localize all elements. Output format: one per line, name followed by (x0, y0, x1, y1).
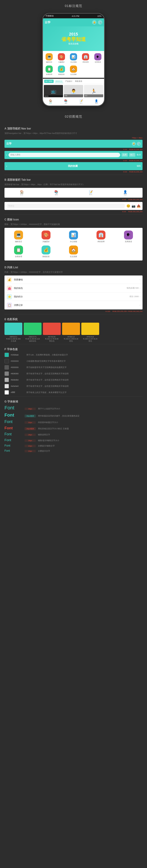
spec-tab-home[interactable]: 🏠 首页 (4, 188, 39, 198)
font-desc-6: 用于标准字体文字，这些是互联网相关字体说明 (26, 385, 69, 388)
app-logo: 云学 (45, 20, 50, 24)
list-value-points: 积分 2000 (130, 295, 139, 298)
tab-home-label: 首页 (20, 194, 23, 196)
divider-a (4, 175, 143, 175)
icon-bubble-office: 📊 (70, 53, 77, 60)
spec-edit-btn[interactable]: 编辑 (137, 164, 141, 167)
section-02-title: 02切图规范 (0, 111, 147, 121)
comment-input-box[interactable]: 写评论 (6, 204, 125, 208)
font-size-6: 26px (25, 439, 36, 442)
battery: 22% (98, 15, 102, 17)
icon-item-hobby[interactable]: 🎨 兴趣爱好 (56, 52, 67, 64)
spec-icon-coding[interactable]: 💻 编程语言 (5, 229, 32, 244)
list-icon-consume: 📋 (7, 303, 12, 308)
share-icon[interactable]: 📤 (137, 204, 141, 208)
color-hex-green: #2ECC71 (29, 336, 37, 338)
emoji-icon[interactable]: 😊 (126, 204, 130, 208)
icon-item-coding[interactable]: 💻 编程语言 (43, 52, 55, 64)
course-card-1[interactable]: 📺 MOOC (44, 85, 63, 97)
spec-measure-collect: H:44RGB:63,209,193 (4, 171, 143, 173)
spec-tab-study[interactable]: 📝 学习 (73, 188, 108, 198)
icon-item-finance[interactable]: 💰 财税投资 (56, 65, 67, 76)
spec-icon-label-self: 自我管理 (15, 255, 22, 258)
font-hex-3: #555555 (11, 366, 26, 369)
spec-search-input[interactable]: 请输入课程 (8, 153, 120, 157)
spec-back-arrow[interactable]: ‹ (6, 164, 7, 168)
spec-icon-english[interactable]: 🗣 实用英语 (115, 229, 142, 244)
icon-label-self: 自我管理 (46, 73, 52, 75)
bottom-nav-mine[interactable]: 👤 我的 (89, 98, 104, 105)
course-label-1: MOOC (44, 95, 63, 97)
spec-measure-navbar: H:44RGB:63,209,193 (4, 149, 143, 151)
font-swatch-4 (4, 371, 9, 376)
spec-icon-office[interactable]: 📊 办公技能 (60, 229, 87, 244)
spec-measure-comment: H:44RGB:255,255,255 (4, 211, 143, 213)
font-swatch-3 (4, 365, 9, 370)
spec-navbar-main: 云学 🔔 🔍 (4, 140, 143, 148)
spec-category-tab[interactable]: 品类 (121, 153, 128, 157)
icon-item-office[interactable]: 📊 办公技能 (68, 52, 79, 64)
bottom-nav-course[interactable]: 📚 课程 (58, 98, 74, 105)
hot-tabs: 格格创业 产品设计 商务英语 (55, 80, 83, 83)
spec-content: A 顶部导航栏 Nav bar 顶部Navigation bar，宽750px … (0, 121, 147, 459)
list-item-points[interactable]: ⭐ 我的积分 积分 2000 › (4, 292, 143, 301)
icon-item-self[interactable]: 📋 自我管理 (43, 65, 55, 76)
spec-hot-tab[interactable]: 热门 (129, 153, 135, 157)
spec-tab-mine[interactable]: 👤 我的 (108, 188, 143, 198)
spec-icon-hobby[interactable]: 🎨 兴趣爱好 (33, 229, 60, 244)
spec-tab-course[interactable]: 📚 课程 (39, 188, 74, 198)
bottom-nav-study[interactable]: 📝 学习 (73, 98, 89, 105)
icon-item-job[interactable]: 👔 求职应聘 (80, 52, 91, 64)
font-sample-6: Font (4, 438, 22, 442)
section-a-desc: 顶部Navigation bar，宽750px × 88px，88px等于Nav… (4, 132, 143, 135)
section-c-desc: 图标，宽750px × 1000px，#4444444文字，图标不可超越此规 (4, 223, 143, 226)
bottom-nav-home[interactable]: 🏠 首页 (43, 98, 58, 105)
list-item-wallet[interactable]: 👛 我的钱包 钱包余额 500 › (4, 284, 143, 292)
spec-icon-self[interactable]: 📋 自我管理 (5, 245, 32, 259)
course-card-3[interactable]: 🏃 生活 (84, 85, 103, 97)
phone-mockup: 中国移动 4:21 PM 22% 云学 🔔 🔍 2015 省考早知道 报名&攻略… (42, 13, 105, 106)
icon-label-office: 办公技能 (70, 61, 77, 63)
hot-tab-1[interactable]: 格格创业 (55, 80, 63, 83)
course-card-2[interactable]: 👨‍💼 职场 (64, 85, 83, 97)
phone-wrapper: 中国移动 4:21 PM 22% 云学 🔔 🔍 2015 省考早知道 报名&攻略… (0, 11, 147, 111)
spec-measure-list: H:100RGB:255,255,255 / RGB:240,240,240 (4, 310, 143, 312)
font-row-4: Font 30px粗体 用在其他注意文字大小标记 主标题 (4, 426, 143, 430)
hot-tab-3[interactable]: 商务英语 (74, 80, 83, 83)
list-item-consume[interactable]: 📋 消费记录 › (4, 301, 143, 309)
font-row-8: Font 20px 次要提示文字 (4, 449, 143, 453)
icon-bubble-coding: 💻 (45, 53, 53, 60)
icon-bubble-english: 🗣 (94, 53, 102, 60)
tab-mine-label: 我的 (124, 194, 127, 196)
camera-icon[interactable]: 📷 (132, 204, 135, 208)
section-f-label: F 字体色值 (4, 347, 143, 351)
spec-icon-bubble-english: 🗣 (124, 230, 133, 240)
header-icon-2[interactable]: 🔍 (98, 20, 102, 25)
icon-item-life[interactable]: 🏠 生活居家 (68, 65, 79, 76)
home-label: 首页 (49, 103, 52, 105)
color-grid: #3FD1C1 R.63 G.209 B.193 主色调 #2ECC71 R.4… (4, 323, 143, 342)
tab-home-icon: 🏠 (20, 190, 24, 194)
font-row-3: Font 32px 内容基本标题文字大小 (4, 420, 143, 424)
spec-icon-job[interactable]: 👔 求职应聘 (87, 229, 114, 244)
spec-back-btn[interactable]: ‹ (6, 153, 7, 157)
color-block-teal: #3FD1C1 R.63 G.209 B.193 主色调 (4, 323, 22, 342)
font-standard-list: Font 40px 用于个人信息字文字大小 Font 36px粗体 用作标题及高… (4, 405, 143, 453)
spec-icon-label-life: 生活居家 (70, 255, 77, 258)
section-b-desc: 底部标签Tab bar，宽750px × 98px，98px（注释：等于Tab … (4, 183, 143, 186)
list-item-earn[interactable]: 💰 我要赚钱 › (4, 276, 143, 284)
tab-mine-icon: 👤 (123, 190, 127, 194)
icon-label-hobby: 兴趣爱好 (58, 61, 65, 63)
tab-study-icon: 📝 (89, 190, 93, 194)
icon-item-english[interactable]: 🗣 实用英语 (92, 52, 104, 64)
bottom-nav: 🏠 首页 📚 课程 📝 学习 👤 我的 (43, 98, 104, 105)
spec-icon-finance[interactable]: 💰 财税投资 (33, 245, 60, 259)
section-d-desc: 列表：宽750px × 1000px，#333333文字，且列表文字大家要对齐 (4, 271, 143, 274)
icon-label-job: 求职应聘 (82, 61, 89, 63)
hot-tab-2[interactable]: 产品设计 (65, 80, 73, 83)
spec-icon-life[interactable]: 🏠 生活居家 (60, 245, 87, 259)
color-rgb-orange: R.243 G.156 B.18 (64, 338, 78, 340)
font-desc-4: 用于标准字体文字，这些是互联网相关字体说明 (26, 372, 69, 375)
spec-cancel-btn[interactable]: 取消 (137, 153, 141, 156)
header-icon-1[interactable]: 🔔 (92, 20, 97, 25)
